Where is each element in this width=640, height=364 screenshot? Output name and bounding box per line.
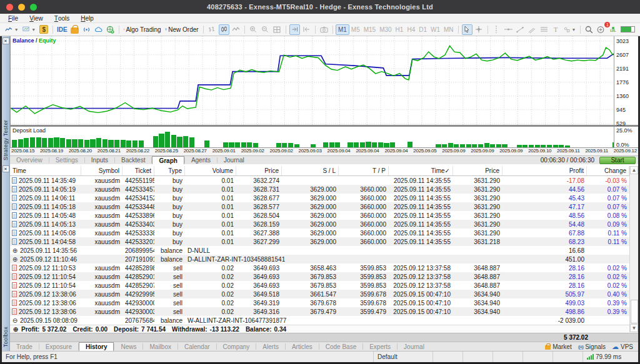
timeframe-m1[interactable]: M1 xyxy=(336,24,349,35)
toolbox-tab-code-base[interactable]: Code Base xyxy=(319,342,362,351)
table-row[interactable]: 2025.09.11 14:05:19xauusdm442533457buy0.… xyxy=(10,185,638,194)
table-row[interactable]: 2025.09.11 14:05:48xauusdm442533896buy0.… xyxy=(10,211,638,220)
channel-tool-icon[interactable] xyxy=(527,24,538,35)
table-row[interactable]: ⊕2025.09.12 11:10:46207191091balanceD-AL… xyxy=(10,255,638,263)
deposit-load-chart[interactable]: Deposit Load xyxy=(10,127,614,147)
table-row[interactable]: 2025.09.11 14:05:08xauusdm442533338buy0.… xyxy=(10,229,638,237)
table-row[interactable]: 2025.09.12 11:10:54xauusdm442852901sell0… xyxy=(10,272,638,281)
trendline-tool-icon[interactable] xyxy=(515,24,526,35)
search-icon[interactable] xyxy=(584,24,594,35)
zoom-in-icon[interactable] xyxy=(248,24,259,35)
tester-tab-overview[interactable]: Overview xyxy=(10,156,49,164)
candlestick-style-icon[interactable] xyxy=(219,24,229,35)
menu-tools[interactable]: Tools xyxy=(49,14,75,22)
tester-tab-graph[interactable]: Graph xyxy=(152,156,184,164)
tester-tab-inputs[interactable]: Inputs xyxy=(85,156,114,164)
status-profile[interactable]: Default xyxy=(374,352,433,362)
toolbox-tab-alerts[interactable]: Alerts xyxy=(256,342,285,351)
table-row[interactable]: 2025.09.11 14:04:58xauusdm442533201buy0.… xyxy=(10,237,638,246)
column-header-time[interactable]: Time ✓ xyxy=(389,166,453,175)
fibonacci-tool-icon[interactable] xyxy=(539,24,549,35)
timeframe-w1[interactable]: W1 xyxy=(429,24,442,35)
column-header-profit[interactable]: Profit xyxy=(502,166,587,175)
table-row[interactable]: 2025.09.12 13:38:06xauusdm442929995sell0… xyxy=(10,290,638,298)
timeframe-m15[interactable]: M15 xyxy=(362,24,378,35)
timeframe-h4[interactable]: H4 xyxy=(405,24,417,35)
menu-view[interactable]: View xyxy=(24,14,49,22)
line-chart-style-icon[interactable] xyxy=(231,24,241,35)
toolbox-tab-mailbox[interactable]: Mailbox xyxy=(143,342,177,351)
vertical-line-tool-icon[interactable] xyxy=(491,24,502,35)
cloud-icon[interactable] xyxy=(93,24,104,35)
timeframe-h1[interactable]: H1 xyxy=(394,24,406,35)
market-icon[interactable] xyxy=(69,24,80,35)
toolbox-tab-trade[interactable]: Trade xyxy=(10,342,39,351)
table-row[interactable]: 2025.09.11 14:35:49xauusdm442551195buy0.… xyxy=(10,176,638,185)
scroll-down-icon[interactable]: ▼ xyxy=(630,324,638,332)
balance-equity-chart[interactable]: Balance / Equity xyxy=(10,36,614,125)
tile-windows-icon[interactable] xyxy=(272,24,282,35)
table-row[interactable]: 2025.09.11 14:05:13xauusdm442533403buy0.… xyxy=(10,220,638,229)
column-header-symbol[interactable]: Symbol xyxy=(81,166,122,175)
table-row[interactable]: 2025.09.12 13:38:06xauusdm442930003sell0… xyxy=(10,307,638,316)
cursor-icon[interactable] xyxy=(462,24,472,35)
notifications-icon[interactable]: 1 xyxy=(596,24,606,35)
link-market[interactable]: Market xyxy=(545,343,572,350)
horizontal-line-tool-icon[interactable] xyxy=(503,24,514,35)
toolbox-tab-experts[interactable]: Experts xyxy=(363,342,397,351)
tester-tab-settings[interactable]: Settings xyxy=(49,156,84,164)
column-header-change[interactable]: Change xyxy=(587,166,629,175)
start-button[interactable]: Start xyxy=(599,157,636,164)
text-tool-icon[interactable]: T xyxy=(551,24,561,35)
menu-file[interactable]: File xyxy=(2,14,24,22)
toolbox-tab-calendar[interactable]: Calendar xyxy=(178,342,216,351)
connection-status-icon[interactable] xyxy=(619,24,636,35)
bar-chart-style-icon[interactable] xyxy=(207,24,218,35)
column-header-price[interactable]: Price xyxy=(236,166,282,175)
zoom-out-icon[interactable] xyxy=(260,24,271,35)
toolbox-tab-exposure[interactable]: Exposure xyxy=(39,342,78,351)
tester-tab-journal[interactable]: Journal xyxy=(218,156,251,164)
link-signals[interactable]: ((•))Signals xyxy=(578,343,606,350)
timeframe-mn[interactable]: MN xyxy=(442,24,456,35)
timeframe-m5[interactable]: M5 xyxy=(349,24,362,35)
crosshair-icon[interactable] xyxy=(474,24,484,35)
timeframe-m30[interactable]: M30 xyxy=(378,24,393,35)
toolbox-tab-history[interactable]: History xyxy=(79,342,114,351)
new-order-button[interactable]: New Order xyxy=(164,24,200,35)
chart-type-icon[interactable]: ▼ xyxy=(4,24,20,35)
toolbox-tab-journal[interactable]: Journal xyxy=(398,342,431,351)
column-header-time[interactable]: Time xyxy=(10,166,81,175)
community-icon[interactable] xyxy=(105,24,116,35)
menu-help[interactable]: Help xyxy=(75,14,99,22)
table-row[interactable]: ⊕2025.09.11 14:35:56206899954balanceD-NU… xyxy=(10,246,638,255)
signals-icon[interactable] xyxy=(81,24,92,35)
column-header-volume[interactable]: Volume xyxy=(185,166,236,175)
toolbox-tab-company[interactable]: Company xyxy=(217,342,256,351)
table-scrollbar[interactable]: ▲ ▼ xyxy=(629,166,638,332)
toolbox-tab-news[interactable]: News xyxy=(114,342,142,351)
scroll-up-icon[interactable]: ▲ xyxy=(630,166,638,174)
algo-trading-button[interactable]: Algo Trading xyxy=(122,24,162,35)
column-header-tp[interactable]: T / P xyxy=(339,166,389,175)
shapes-tool-icon[interactable]: ▼ xyxy=(562,24,578,35)
close-icon[interactable]: ✕ xyxy=(2,165,9,172)
column-header-price[interactable]: Price xyxy=(453,166,502,175)
column-header-sl[interactable]: S / L xyxy=(282,166,339,175)
tester-tab-agents[interactable]: Agents xyxy=(185,156,217,164)
table-row[interactable]: 2025.09.11 14:05:18xauusdm442533448buy0.… xyxy=(10,202,638,211)
table-row[interactable]: 2025.09.12 11:10:54xauusdm442852907sell0… xyxy=(10,281,638,290)
dollar-icon[interactable]: $ xyxy=(38,24,49,35)
toolbox-tab-articles[interactable]: Articles xyxy=(286,342,319,351)
close-icon[interactable]: ✕ xyxy=(2,37,9,44)
table-row[interactable]: ⊖2025.09.15 08:08:09207675684balanceW-AL… xyxy=(10,316,638,325)
table-row[interactable]: 2025.09.12 13:38:06xauusdm442930000sell0… xyxy=(10,298,638,307)
shift-chart-end-icon[interactable] xyxy=(301,24,312,35)
column-header-type[interactable]: Type xyxy=(154,166,185,175)
link-vps[interactable]: ☁VPS xyxy=(612,343,633,350)
table-row[interactable]: 2025.09.12 11:10:53xauusdm442852898sell0… xyxy=(10,263,638,272)
chart-window-icon[interactable]: ▼ xyxy=(21,24,38,35)
table-row[interactable]: 2025.09.11 14:06:11xauusdm442534152buy0.… xyxy=(10,194,638,202)
camera-icon[interactable] xyxy=(319,24,329,35)
column-header-ticket[interactable]: Ticket xyxy=(122,166,154,175)
